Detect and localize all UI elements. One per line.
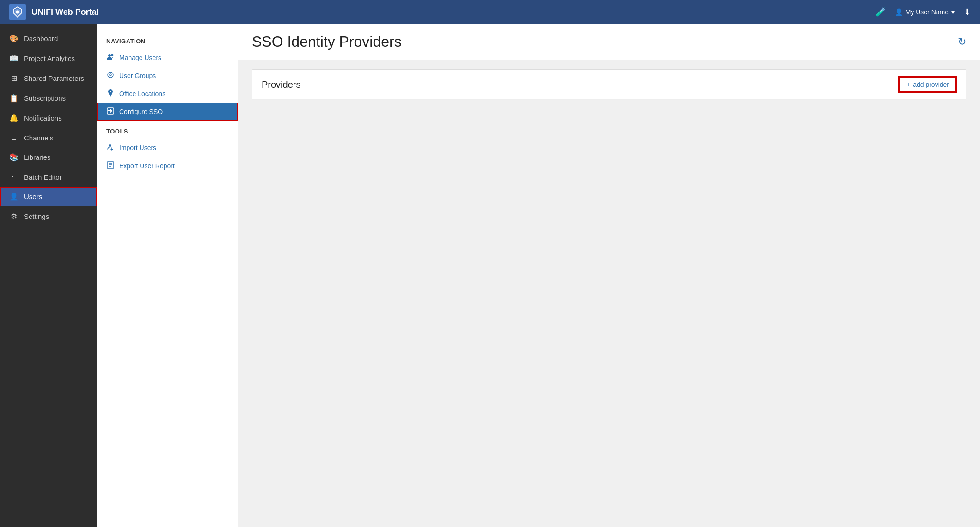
import-users-icon bbox=[106, 143, 115, 152]
sidebar: 🎨 Dashboard 📖 Project Analytics ⊞ Shared… bbox=[0, 24, 97, 527]
page-title: SSO Identity Providers bbox=[252, 33, 402, 50]
user-name: My User Name bbox=[906, 8, 949, 16]
sidebar-item-label: Users bbox=[24, 193, 42, 200]
sidebar-item-settings[interactable]: ⚙ Settings bbox=[0, 206, 97, 226]
nav-item-label: Configure SSO bbox=[119, 108, 163, 115]
main-layout: 🎨 Dashboard 📖 Project Analytics ⊞ Shared… bbox=[0, 24, 980, 527]
providers-header: Providers + add provider bbox=[252, 70, 966, 100]
nav-item-label: Office Locations bbox=[119, 90, 165, 97]
content-area: SSO Identity Providers ↻ Providers + add… bbox=[238, 24, 980, 527]
sidebar-item-label: Project Analytics bbox=[24, 55, 75, 62]
settings-icon: ⚙ bbox=[9, 212, 18, 221]
nav-item-import-users[interactable]: Import Users bbox=[97, 139, 238, 157]
top-header: UNIFI Web Portal 🧪 👤 My User Name ▾ ⬇ bbox=[0, 0, 980, 24]
nav-item-label: Import Users bbox=[119, 144, 156, 151]
svg-point-5 bbox=[110, 74, 111, 76]
providers-body bbox=[252, 100, 966, 285]
sidebar-item-users[interactable]: 👤 Users bbox=[0, 187, 97, 206]
sidebar-item-label: Dashboard bbox=[24, 35, 58, 42]
notifications-icon: 🔔 bbox=[9, 114, 18, 122]
providers-card: Providers + add provider bbox=[252, 69, 966, 285]
subscriptions-icon: 📋 bbox=[9, 94, 18, 103]
manage-users-icon bbox=[106, 53, 115, 62]
channels-icon: 🖥 bbox=[9, 133, 18, 142]
sidebar-item-label: Subscriptions bbox=[24, 94, 66, 102]
add-provider-button[interactable]: + add provider bbox=[899, 77, 956, 92]
svg-point-7 bbox=[109, 144, 111, 147]
user-icon: 👤 bbox=[895, 8, 903, 16]
sidebar-item-channels[interactable]: 🖥 Channels bbox=[0, 128, 97, 147]
nav-item-label: User Groups bbox=[119, 72, 156, 79]
unifi-logo-icon bbox=[9, 4, 26, 20]
lab-icon[interactable]: 🧪 bbox=[876, 7, 886, 17]
user-groups-icon bbox=[106, 71, 115, 80]
svg-point-3 bbox=[111, 54, 114, 56]
svg-point-4 bbox=[108, 72, 113, 78]
header-right: 🧪 👤 My User Name ▾ ⬇ bbox=[876, 7, 971, 17]
sidebar-item-project-analytics[interactable]: 📖 Project Analytics bbox=[0, 48, 97, 68]
sidebar-item-dashboard[interactable]: 🎨 Dashboard bbox=[0, 29, 97, 48]
nav-item-label: Export User Report bbox=[119, 162, 175, 170]
users-icon: 👤 bbox=[9, 192, 18, 201]
sidebar-item-shared-parameters[interactable]: ⊞ Shared Parameters bbox=[0, 68, 97, 88]
configure-sso-icon bbox=[106, 107, 115, 116]
nav-item-user-groups[interactable]: User Groups bbox=[97, 67, 238, 85]
sidebar-item-subscriptions[interactable]: 📋 Subscriptions bbox=[0, 88, 97, 108]
chevron-down-icon: ▾ bbox=[951, 8, 955, 16]
content-header: SSO Identity Providers ↻ bbox=[238, 24, 980, 60]
add-provider-label: add provider bbox=[913, 81, 949, 88]
nav-item-configure-sso[interactable]: Configure SSO bbox=[97, 103, 238, 121]
libraries-icon: 📚 bbox=[9, 153, 18, 162]
add-provider-plus-icon: + bbox=[906, 81, 910, 88]
header-title: UNIFI Web Portal bbox=[31, 7, 99, 17]
sidebar-item-label: Batch Editor bbox=[24, 173, 62, 181]
nav-section-title: NAVIGATION bbox=[97, 33, 238, 48]
batch-editor-icon: 🏷 bbox=[9, 173, 18, 181]
sidebar-item-notifications[interactable]: 🔔 Notifications bbox=[0, 108, 97, 128]
svg-point-1 bbox=[16, 10, 19, 13]
office-locations-icon bbox=[106, 89, 115, 98]
sidebar-item-label: Channels bbox=[24, 134, 53, 142]
user-menu[interactable]: 👤 My User Name ▾ bbox=[895, 8, 955, 16]
sidebar-item-label: Notifications bbox=[24, 114, 62, 122]
nav-panel: NAVIGATION Manage Users User Groups Offi… bbox=[97, 24, 238, 527]
sidebar-item-label: Settings bbox=[24, 212, 49, 220]
nav-item-manage-users[interactable]: Manage Users bbox=[97, 48, 238, 67]
svg-point-2 bbox=[108, 54, 111, 57]
sidebar-item-label: Shared Parameters bbox=[24, 74, 84, 82]
sidebar-item-batch-editor[interactable]: 🏷 Batch Editor bbox=[0, 167, 97, 187]
providers-title: Providers bbox=[262, 79, 300, 90]
nav-item-export-user-report[interactable]: Export User Report bbox=[97, 157, 238, 175]
tools-section-title: TOOLS bbox=[97, 121, 238, 139]
nav-item-office-locations[interactable]: Office Locations bbox=[97, 85, 238, 103]
project-analytics-icon: 📖 bbox=[9, 54, 18, 63]
content-body: Providers + add provider bbox=[238, 60, 980, 527]
shared-parameters-icon: ⊞ bbox=[9, 74, 18, 83]
nav-item-label: Manage Users bbox=[119, 54, 161, 61]
dashboard-icon: 🎨 bbox=[9, 34, 18, 43]
header-left: UNIFI Web Portal bbox=[9, 4, 99, 20]
sidebar-item-libraries[interactable]: 📚 Libraries bbox=[0, 147, 97, 167]
export-user-report-icon bbox=[106, 161, 115, 170]
sidebar-item-label: Libraries bbox=[24, 153, 51, 161]
refresh-icon[interactable]: ↻ bbox=[958, 36, 966, 48]
download-icon[interactable]: ⬇ bbox=[964, 7, 971, 17]
